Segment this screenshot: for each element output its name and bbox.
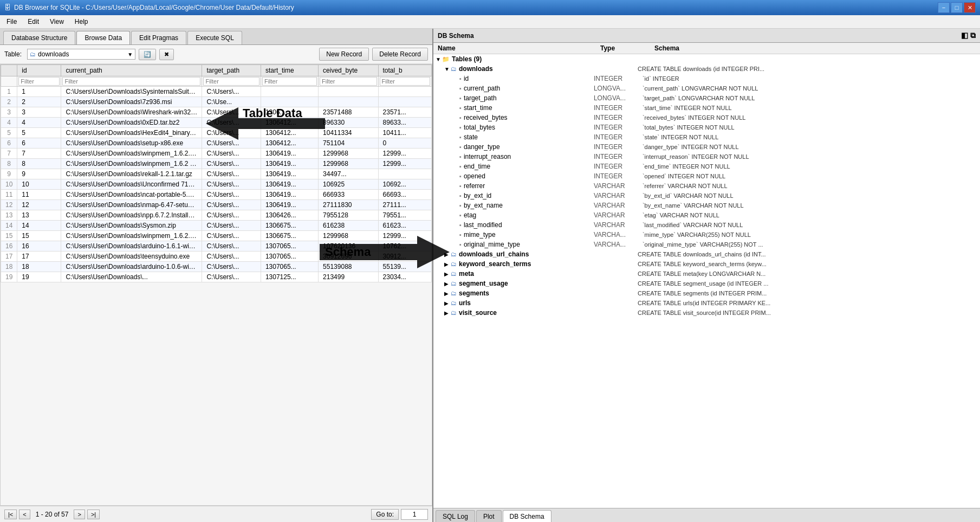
tree-item[interactable]: ▼ 📁 Tables (9) [433,54,980,64]
tree-item[interactable]: ▪ interrupt_reason INTEGER `interrupt_re… [433,152,980,162]
tree-item[interactable]: ▶ 🗂 urls CREATE TABLE urls(id INTEGER PR… [433,298,980,308]
menu-file[interactable]: File [2,16,21,27]
filter-current-path[interactable] [62,77,200,86]
table-row[interactable]: 2 2 C:\Users\User\Downloads\7z936.msi C:… [1,97,432,107]
next-page-button[interactable]: > [74,510,85,519]
filter-cell-tb[interactable] [378,76,431,87]
col-start-time[interactable]: start_time [261,65,318,76]
table-row[interactable]: 14 14 C:\Users\User\Downloads\Sysmon.zip… [1,221,432,231]
tree-item[interactable]: ▶ 🗂 segment_usage CREATE TABLE segment_u… [433,279,980,288]
prev-page-button[interactable]: < [19,510,30,519]
data-table-container[interactable]: id current_path target_path start_time c… [0,64,432,506]
tree-item[interactable]: ▶ 🗂 meta CREATE TABLE meta(key LONGVARCH… [433,269,980,279]
col-target-path[interactable]: target_path [202,65,261,76]
menu-view[interactable]: View [46,16,68,27]
filter-id[interactable] [18,77,60,86]
schema-tab-db-schema[interactable]: DB Schema [503,510,551,522]
tree-item[interactable]: ▪ state INTEGER `state` INTEGER NOT NULL [433,132,980,142]
table-row[interactable]: 4 4 C:\Users\User\Downloads\0xED.tar.bz2… [1,118,432,128]
tree-item[interactable]: ▪ id INTEGER `id` INTEGER [433,74,980,83]
goto-input[interactable] [401,509,428,520]
col-current-path[interactable]: current_path [61,65,202,76]
maximize-button[interactable]: □ [951,2,963,13]
tree-item[interactable]: ▪ target_path LONGVA... `target_path` LO… [433,93,980,103]
col-id[interactable]: id [17,65,61,76]
filter-cell-cp[interactable] [61,76,202,87]
tree-item[interactable]: ▪ last_modified VARCHAR `last_modified` … [433,220,980,230]
filter-total-b[interactable] [380,77,430,86]
filter-cell-id[interactable] [17,76,61,87]
menu-edit[interactable]: Edit [23,16,43,27]
tab-edit-pragmas[interactable]: Edit Pragmas [131,31,186,44]
schema-controls[interactable]: ◧ ⧉ [961,31,976,40]
tree-item[interactable]: ▪ danger_type INTEGER `danger_type` INTE… [433,142,980,152]
table-selector[interactable]: 🗂 downloads ▼ [27,49,135,60]
tab-browse-data[interactable]: Browse Data [76,31,130,44]
table-row[interactable]: 12 12 C:\Users\User\Downloads\nmap-6.47-… [1,200,432,210]
col-total-b[interactable]: total_b [378,65,431,76]
col-ceived-bytes[interactable]: ceived_byte [319,65,378,76]
tree-item[interactable]: ▪ current_path LONGVA... `current_path` … [433,83,980,93]
clear-button[interactable]: ✖ [159,49,174,60]
tree-item[interactable]: ▶ 🗂 downloads_url_chains CREATE TABLE do… [433,249,980,259]
table-row[interactable]: 16 16 C:\Users\User\Downloads\arduino-1.… [1,241,432,252]
first-page-button[interactable]: |< [4,510,17,519]
table-row[interactable]: 13 13 C:\Users\User\Downloads\npp.6.7.2.… [1,210,432,221]
table-row[interactable]: 6 6 C:\Users\User\Downloads\setup-x86.ex… [1,138,432,149]
tree-item[interactable]: ▪ referrer VARCHAR `referrer` VARCHAR NO… [433,181,980,191]
table-row[interactable]: 11 11 C:\Users\User\Downloads\ncat-porta… [1,190,432,200]
tree-item[interactable]: ▶ 🗂 segments CREATE TABLE segments (id I… [433,288,980,298]
tree-item[interactable]: ▪ end_time INTEGER `end_time` INTEGER NO… [433,162,980,171]
tree-icon: ▪ [459,231,462,238]
tree-item[interactable]: ▶ 🗂 keyword_search_terms CREATE TABLE ke… [433,259,980,269]
tree-item[interactable]: ▪ by_ext_id VARCHAR `by_ext_id` VARCHAR … [433,191,980,201]
float-icon[interactable]: ⧉ [970,31,976,40]
filter-target-path[interactable] [203,77,259,86]
tree-item[interactable]: ▪ original_mime_type VARCHA... `original… [433,240,980,249]
new-record-button[interactable]: New Record [319,48,369,61]
table-row[interactable]: 1 1 C:\Users\User\Downloads\Sysinternals… [1,87,432,97]
tree-item[interactable]: ▼ 🗂 downloads CREATE TABLE downloads (id… [433,64,980,74]
filter-cell-tp[interactable] [202,76,261,87]
tree-item[interactable]: ▪ opened INTEGER `opened` INTEGER NOT NU… [433,171,980,181]
filter-start-time[interactable] [262,77,317,86]
table-row[interactable]: 8 8 C:\Users\User\Downloads\winpmem_1.6.… [1,159,432,169]
tree-item[interactable]: ▪ received_bytes INTEGER `received_bytes… [433,113,980,123]
tab-database-structure[interactable]: Database Structure [3,31,75,44]
table-row[interactable]: 17 17 C:\Users\User\Downloads\teensyduin… [1,252,432,262]
goto-button[interactable]: Go to: [371,509,399,520]
tree-item[interactable]: ▶ 🗂 visit_source CREATE TABLE visit_sour… [433,308,980,318]
table-row[interactable]: 15 15 C:\Users\User\Downloads\winpmem_1.… [1,231,432,241]
tree-item-type: VARCHAR [594,192,642,199]
pin-icon[interactable]: ◧ [961,31,968,40]
filter-cell-rb[interactable] [319,76,378,87]
close-button[interactable]: ✕ [964,2,976,13]
delete-record-button[interactable]: Delete Record [372,48,428,61]
tab-execute-sql[interactable]: Execute SQL [187,31,242,44]
tree-item[interactable]: ▪ total_bytes INTEGER `total_bytes` INTE… [433,123,980,132]
menu-help[interactable]: Help [70,16,93,27]
schema-tab-plot[interactable]: Plot [476,510,502,522]
cell-ceived-bytes: 10411334 [319,128,378,138]
cell-id: 7 [17,149,61,159]
filter-ceived-bytes[interactable] [320,77,377,86]
titlebar-controls[interactable]: − □ ✕ [938,2,976,13]
schema-tree[interactable]: ▼ 📁 Tables (9) ▼ 🗂 downloads CREATE TABL… [433,54,980,508]
last-page-button[interactable]: >| [87,510,100,519]
table-row[interactable]: 3 3 C:\Users\User\Downloads\Wireshark-wi… [1,107,432,118]
tree-item[interactable]: ▪ etag VARCHAR `etag` VARCHAR NOT NULL [433,210,980,220]
table-row[interactable]: 10 10 C:\Users\User\Downloads\Unconfirme… [1,179,432,190]
filter-cell-st[interactable] [261,76,318,87]
schema-tab-sql-log[interactable]: SQL Log [436,510,475,522]
tree-item[interactable]: ▪ start_time INTEGER `start_time` INTEGE… [433,103,980,113]
minimize-button[interactable]: − [938,2,950,13]
table-row[interactable]: 7 7 C:\Users\User\Downloads\winpmem_1.6.… [1,149,432,159]
refresh-button[interactable]: 🔄 [139,49,156,60]
tree-item[interactable]: ▪ by_ext_name VARCHAR `by_ext_name` VARC… [433,201,980,210]
table-row[interactable]: 18 18 C:\Users\User\Downloads\arduino-1.… [1,262,432,272]
table-row[interactable]: 9 9 C:\Users\User\Downloads\rekall-1.2.1… [1,169,432,179]
cell-id: 2 [17,97,61,107]
table-row[interactable]: 5 5 C:\Users\User\Downloads\HexEdit4_bin… [1,128,432,138]
table-row[interactable]: 19 19 C:\Users\User\Downloads\... C:\Use… [1,272,432,282]
tree-item[interactable]: ▪ mime_type VARCHA... `mime_type` VARCHA… [433,230,980,240]
